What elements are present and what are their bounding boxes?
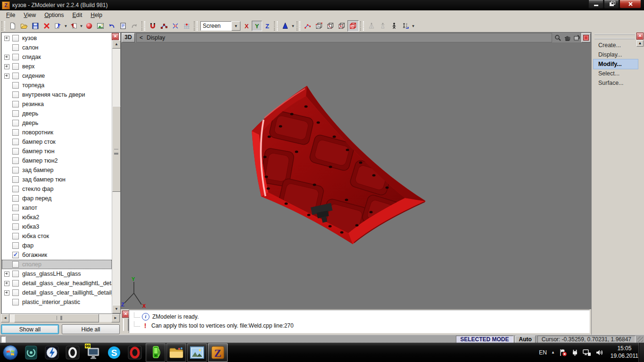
menu-file[interactable]: File [2,11,19,19]
expand-icon[interactable] [4,36,9,41]
visibility-checkbox[interactable] [12,63,19,70]
command-display[interactable]: Display... [594,50,638,59]
save-button[interactable] [30,20,41,32]
toolbar-grip[interactable] [274,21,278,31]
taskbar-app-explorer[interactable] [166,343,186,362]
scroll-up-icon[interactable]: ▲ [112,40,121,49]
list-item[interactable]: фар [2,241,112,250]
expand-icon[interactable] [4,272,9,277]
visibility-checkbox[interactable] [12,242,19,249]
list-item[interactable]: стекло фар [2,184,112,194]
expand-icon[interactable] [4,55,9,60]
visibility-checkbox[interactable] [12,299,19,305]
menu-edit[interactable]: Edit [68,11,87,19]
coordinate-space-combo[interactable]: Screen ▼ [200,21,240,31]
expand-icon[interactable] [4,281,9,286]
maximize-view-button[interactable] [581,33,591,42]
taskbar-app-o-white[interactable] [63,343,83,362]
visibility-checkbox[interactable] [12,44,19,51]
list-item[interactable]: резинка [2,99,112,109]
list-item[interactable]: юбка сток [2,231,112,241]
grid-snap-button[interactable] [181,20,192,32]
command-surface[interactable]: Surface... [594,78,638,88]
axis-y-button[interactable]: Y [252,21,262,31]
visibility-checkbox[interactable] [12,271,19,277]
taskbar-app-daemon-tools[interactable] [42,343,62,362]
menu-options[interactable]: Options [40,11,68,19]
animation-button[interactable] [400,20,411,32]
taskbar-app-teal[interactable] [21,343,41,362]
list-item[interactable]: юбка3 [2,222,112,231]
show-desktop-button[interactable] [639,343,644,362]
show-all-button[interactable]: Show all [1,324,59,334]
toolbar-grip[interactable] [194,21,198,31]
taskbar-app-o-red[interactable] [125,343,145,362]
animation-dropdown[interactable]: ▼ [411,21,415,31]
visibility-checkbox[interactable] [12,120,19,126]
network-icon[interactable] [583,349,591,356]
list-item[interactable]: салон [2,43,112,52]
skeleton-button[interactable] [388,20,400,32]
panel-grip[interactable] [594,34,635,39]
toolbar-grip[interactable] [360,21,364,31]
action-center-flag-icon[interactable] [559,349,567,356]
expand-icon[interactable] [4,74,9,79]
break-vertices-button[interactable] [170,20,181,32]
start-button[interactable] [2,344,19,361]
command-create[interactable]: Create... [594,41,638,50]
visibility-checkbox[interactable] [12,214,19,221]
toolbar-grip[interactable] [141,21,145,31]
visibility-checkbox[interactable] [12,101,19,107]
log-close-icon[interactable]: ✕ [122,311,129,318]
list-item[interactable]: plastic_interior_plastic [2,297,112,307]
list-item[interactable]: внутреняя часть двери [2,90,112,99]
zoom-tool-icon[interactable] [553,33,562,42]
material-editor-button[interactable] [83,20,95,32]
list-item[interactable]: detail_glass_clear_taillightL_detail_gla [2,288,112,297]
list-item[interactable]: верх [2,62,112,71]
visibility-checkbox[interactable] [12,91,19,98]
list-item[interactable]: юбка2 [2,213,112,222]
list-item[interactable]: бампер сток [2,137,112,147]
list-item[interactable]: торпеда [2,81,112,90]
clock[interactable]: 15:05 19.06.2011 [611,345,638,360]
export-dropdown[interactable]: ▼ [64,21,68,31]
scroll-left-icon[interactable]: ◄ [1,314,9,322]
list-item[interactable]: сидение [2,71,112,81]
visibility-checkbox[interactable] [12,186,19,192]
export-button[interactable] [52,20,64,32]
visibility-checkbox[interactable] [12,82,19,89]
visibility-checkbox[interactable]: ✓ [12,252,19,258]
taskbar-app-skype[interactable]: S [104,343,124,362]
polygons-level-button[interactable] [336,20,347,32]
new-file-button[interactable] [7,20,18,32]
visibility-checkbox[interactable] [12,233,19,239]
sidebar-close-icon[interactable]: ✕ [112,33,119,40]
list-item[interactable]: фар перед [2,194,112,203]
taskbar-app-green-phone[interactable] [146,343,165,362]
visibility-checkbox[interactable] [12,73,19,79]
faces-level-button[interactable] [325,20,336,32]
hscrollbar-thumb[interactable] [14,314,99,322]
list-horizontal-scrollbar[interactable]: ◄ ► [1,314,120,322]
log-grip[interactable] [123,319,129,331]
visibility-checkbox[interactable] [12,157,19,164]
visibility-checkbox[interactable] [12,110,19,117]
list-item[interactable]: зад бампер [2,165,112,175]
restore-button[interactable] [604,0,619,8]
list-vertical-scrollbar[interactable]: ▲ ▼ [112,40,120,313]
objects-level-button[interactable] [347,20,359,32]
language-indicator[interactable]: EN [539,349,547,356]
orbit-tool-icon[interactable] [572,33,581,42]
command-modify[interactable]: Modify... [594,59,638,69]
list-item[interactable]: зад бампер тюн [2,175,112,184]
delete-button[interactable] [41,20,52,32]
visibility-checkbox[interactable] [12,205,19,211]
visibility-checkbox[interactable] [12,195,19,202]
scroll-down-icon[interactable]: ▼ [112,305,121,313]
list-item[interactable]: спидак [2,52,112,62]
visibility-checkbox[interactable] [12,35,19,41]
expand-icon[interactable] [4,64,9,69]
visibility-checkbox[interactable] [12,289,19,296]
close-button[interactable] [619,0,641,8]
